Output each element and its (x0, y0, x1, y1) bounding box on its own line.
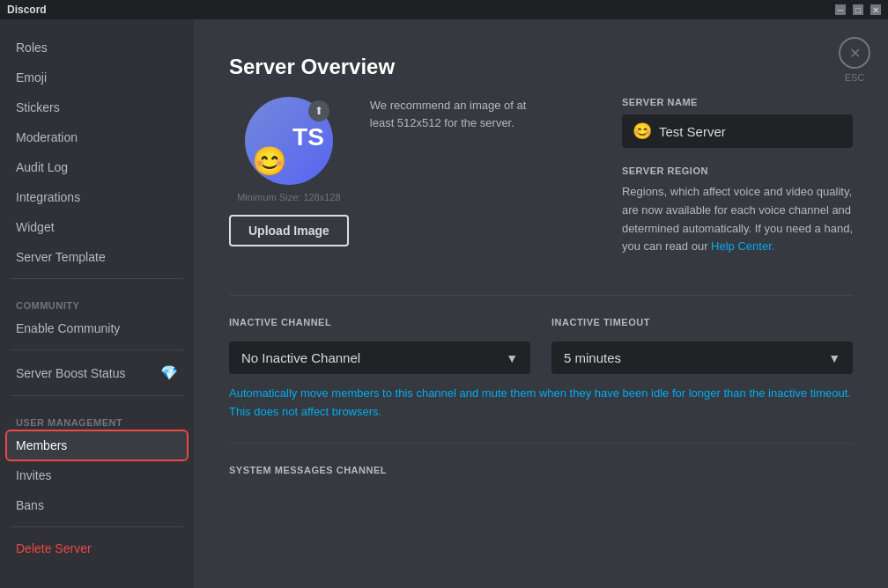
content-area: ✕ ESC Server Overview 😊 TS ⬆ Minimu (194, 19, 888, 588)
system-messages-label: SYSTEM MESSAGES CHANNEL (229, 465, 853, 475)
recommend-text: We recommend an image of at least 512x51… (370, 97, 546, 131)
app-title: Discord (7, 4, 47, 16)
inactive-channel-label: INACTIVE CHANNEL (229, 317, 530, 327)
server-name-input[interactable] (659, 124, 842, 139)
sidebar-item-moderation[interactable]: Moderation (7, 123, 187, 151)
server-region-section: SERVER REGION Regions, which affect voic… (622, 165, 853, 256)
divider-2 (229, 443, 853, 444)
sidebar-item-bans[interactable]: Bans (7, 491, 187, 519)
inactive-channel-arrow-icon: ▼ (506, 351, 518, 365)
sidebar-item-widget[interactable]: Widget (7, 213, 187, 241)
delete-server-button[interactable]: Delete Server (7, 534, 187, 562)
upload-image-button[interactable]: Upload Image (229, 215, 349, 246)
inactive-channel-col: INACTIVE CHANNEL No Inactive Channel ▼ (229, 317, 530, 374)
inactive-timeout-label: INACTIVE TIMEOUT (551, 317, 853, 327)
server-name-input-wrapper[interactable]: 😊 (622, 114, 853, 148)
minimize-button[interactable]: ─ (835, 4, 846, 15)
inactive-channel-value: No Inactive Channel (241, 350, 360, 365)
sidebar-item-audit-log[interactable]: Audit Log (7, 153, 187, 181)
sidebar-item-integrations[interactable]: Integrations (7, 183, 187, 211)
upload-icon-symbol: ⬆ (314, 105, 323, 117)
avatar-wrapper: 😊 TS ⬆ (245, 97, 333, 185)
page-title: Server Overview (229, 55, 853, 79)
inactive-desc-highlight: This does not affect browsers. (229, 405, 381, 418)
inactive-timeout-value: 5 minutes (564, 350, 621, 365)
avatar-initials: TS (292, 123, 324, 151)
server-name-section: SERVER NAME 😊 (622, 97, 853, 148)
esc-circle-icon: ✕ (839, 37, 870, 69)
restore-button[interactable]: □ (853, 4, 863, 15)
main-layout: Roles Emoji Stickers Moderation Audit Lo… (0, 19, 888, 588)
server-region-label: SERVER REGION (622, 165, 853, 176)
esc-label: ESC (845, 72, 865, 83)
min-size-label: Minimum Size: 128x128 (237, 192, 340, 202)
window-controls: ─ □ ✕ (835, 4, 881, 15)
server-region-desc: Regions, which affect voice and video qu… (622, 183, 853, 256)
sidebar-item-stickers[interactable]: Stickers (7, 93, 187, 121)
boost-icon: 💎 (160, 364, 178, 381)
avatar-emoji: 😊 (252, 144, 287, 178)
avatar-area: 😊 TS ⬆ Minimum Size: 128x128 Upload Imag… (229, 97, 349, 246)
server-fields: SERVER NAME 😊 SERVER REGION Regions, whi… (622, 97, 853, 274)
esc-button[interactable]: ✕ ESC (839, 37, 870, 83)
close-button[interactable]: ✕ (870, 4, 881, 15)
inactive-channel-dropdown[interactable]: No Inactive Channel ▼ (229, 342, 530, 374)
sidebar-item-enable-community[interactable]: Enable Community (7, 314, 187, 342)
sidebar-divider-1 (11, 278, 183, 279)
sidebar-item-invites[interactable]: Invites (7, 461, 187, 489)
avatar-upload-icon[interactable]: ⬆ (308, 100, 329, 121)
sidebar-item-emoji[interactable]: Emoji (7, 63, 187, 92)
sidebar-divider-2 (11, 349, 183, 350)
community-category: COMMUNITY (7, 286, 187, 314)
server-info-right: We recommend an image of at least 512x51… (370, 97, 601, 145)
sidebar: Roles Emoji Stickers Moderation Audit Lo… (0, 19, 194, 588)
sidebar-item-server-template[interactable]: Server Template (7, 243, 187, 271)
help-center-link[interactable]: Help Center. (711, 239, 774, 253)
sidebar-divider-3 (11, 395, 183, 396)
user-management-category: USER MANAGEMENT (7, 403, 187, 431)
inactive-timeout-col: INACTIVE TIMEOUT 5 minutes ▼ (551, 317, 853, 374)
sidebar-divider-4 (11, 526, 183, 527)
inactive-timeout-arrow-icon: ▼ (828, 351, 840, 365)
sidebar-item-roles[interactable]: Roles (7, 33, 187, 62)
inactive-desc: Automatically move members to this chann… (229, 385, 853, 422)
server-header: 😊 TS ⬆ Minimum Size: 128x128 Upload Imag… (229, 97, 853, 274)
divider-1 (229, 295, 853, 296)
server-name-emoji: 😊 (633, 121, 652, 141)
sidebar-item-server-boost[interactable]: Server Boost Status 💎 (7, 357, 187, 388)
inactive-timeout-dropdown[interactable]: 5 minutes ▼ (551, 342, 853, 374)
sidebar-item-members[interactable]: Members (7, 431, 187, 459)
server-name-label: SERVER NAME (622, 97, 853, 107)
title-bar: Discord ─ □ ✕ (0, 0, 888, 19)
inactive-section: INACTIVE CHANNEL No Inactive Channel ▼ I… (229, 317, 853, 374)
